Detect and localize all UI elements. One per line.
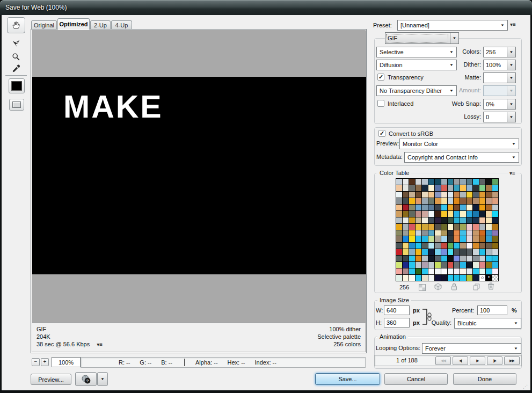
color-swatch[interactable] xyxy=(428,224,434,230)
color-swatch[interactable] xyxy=(448,249,454,255)
color-swatch[interactable] xyxy=(467,230,472,236)
color-swatch[interactable] xyxy=(435,243,441,249)
color-swatch[interactable] xyxy=(435,256,441,261)
color-swatch[interactable] xyxy=(460,256,466,261)
color-swatch[interactable] xyxy=(479,211,485,217)
color-swatch[interactable] xyxy=(416,243,421,249)
color-swatch[interactable] xyxy=(403,243,409,249)
percent-input[interactable] xyxy=(477,305,507,315)
color-swatch[interactable] xyxy=(492,230,498,236)
color-swatch[interactable] xyxy=(479,268,485,274)
color-swatch[interactable] xyxy=(403,211,409,217)
convert-srgb-checkbox[interactable]: ✓ xyxy=(378,130,385,137)
color-swatch[interactable] xyxy=(441,217,447,223)
color-swatch[interactable] xyxy=(492,262,498,268)
color-swatch[interactable] xyxy=(416,198,421,204)
color-swatch[interactable] xyxy=(460,198,466,204)
color-swatch[interactable] xyxy=(460,243,466,249)
color-swatch[interactable] xyxy=(428,217,434,223)
color-swatch[interactable] xyxy=(416,236,421,242)
color-swatch[interactable] xyxy=(473,268,479,274)
eyedropper-color-swatch[interactable] xyxy=(9,78,25,93)
color-swatch[interactable] xyxy=(460,230,466,236)
color-swatch[interactable] xyxy=(454,179,460,185)
resize-grip[interactable]: ⋰ xyxy=(523,384,528,389)
color-swatch[interactable] xyxy=(473,230,479,236)
color-swatch[interactable] xyxy=(435,230,441,236)
color-swatch[interactable] xyxy=(486,256,492,261)
colors-combo[interactable]: 256 xyxy=(483,47,516,57)
color-swatch[interactable] xyxy=(467,205,472,210)
color-swatch[interactable] xyxy=(486,268,492,274)
format-dropdown[interactable]: GIF xyxy=(385,32,459,44)
color-swatch[interactable] xyxy=(454,211,460,217)
dither-combo-arrow[interactable] xyxy=(507,60,516,70)
color-swatch[interactable] xyxy=(454,217,460,223)
color-swatch[interactable] xyxy=(454,205,460,210)
preset-dropdown[interactable]: [Unnamed] xyxy=(397,20,508,31)
metadata-dropdown[interactable]: Copyright and Contact Info xyxy=(404,152,519,163)
color-swatch[interactable] xyxy=(441,262,447,268)
color-swatch[interactable] xyxy=(492,205,498,210)
optimize-panel-menu-icon[interactable] xyxy=(510,21,516,27)
map-transparency-icon[interactable] xyxy=(418,283,426,292)
width-input[interactable] xyxy=(384,305,410,315)
color-swatch[interactable] xyxy=(479,243,485,249)
color-swatch[interactable] xyxy=(486,249,492,255)
color-swatch[interactable] xyxy=(473,249,479,255)
color-swatch[interactable] xyxy=(479,256,485,261)
color-swatch[interactable] xyxy=(435,249,441,255)
color-swatch[interactable] xyxy=(422,249,428,255)
color-swatch[interactable] xyxy=(454,256,460,261)
color-swatch[interactable] xyxy=(435,236,441,242)
color-swatch[interactable] xyxy=(486,205,492,210)
color-swatch[interactable] xyxy=(403,185,409,191)
web-snap-combo[interactable]: 0% xyxy=(483,99,516,110)
color-swatch[interactable] xyxy=(492,236,498,242)
color-swatch[interactable] xyxy=(473,224,479,230)
color-swatch[interactable] xyxy=(403,275,409,281)
color-swatch[interactable] xyxy=(396,275,402,281)
optimized-image-canvas[interactable]: MAKE xyxy=(32,31,366,323)
color-swatch[interactable] xyxy=(428,185,434,191)
color-swatch[interactable] xyxy=(409,198,415,204)
color-swatch[interactable] xyxy=(479,217,485,223)
color-swatch[interactable] xyxy=(486,179,492,185)
color-swatch[interactable] xyxy=(448,268,454,274)
matte-combo-arrow[interactable] xyxy=(507,72,516,83)
color-swatch[interactable] xyxy=(467,192,472,198)
color-swatch[interactable] xyxy=(441,243,447,249)
color-swatch[interactable] xyxy=(448,243,454,249)
color-swatch[interactable] xyxy=(473,243,479,249)
slice-select-icon[interactable] xyxy=(11,39,21,49)
color-swatch[interactable] xyxy=(467,236,472,242)
color-swatch[interactable] xyxy=(409,243,415,249)
color-swatch[interactable] xyxy=(473,217,479,223)
color-swatch[interactable] xyxy=(396,205,402,210)
color-swatch[interactable] xyxy=(422,268,428,274)
color-swatch[interactable] xyxy=(486,185,492,191)
preview-button[interactable]: Preview... xyxy=(31,374,71,385)
color-swatch[interactable] xyxy=(441,249,447,255)
color-swatch[interactable] xyxy=(416,185,421,191)
color-swatch[interactable] xyxy=(492,211,498,217)
color-swatch[interactable] xyxy=(492,243,498,249)
color-swatch[interactable] xyxy=(403,268,409,274)
preview-browser-menu-arrow[interactable]: ▼ xyxy=(97,372,108,386)
color-swatch[interactable] xyxy=(479,205,485,210)
color-swatch[interactable] xyxy=(422,262,428,268)
color-swatch[interactable]: ◇ xyxy=(479,275,485,281)
color-swatch[interactable] xyxy=(435,179,441,185)
color-swatch[interactable] xyxy=(416,224,421,230)
color-swatch[interactable] xyxy=(479,230,485,236)
color-swatch[interactable] xyxy=(428,243,434,249)
color-swatch[interactable] xyxy=(435,217,441,223)
color-swatch[interactable] xyxy=(396,243,402,249)
color-swatch[interactable] xyxy=(403,179,409,185)
color-swatch[interactable] xyxy=(454,224,460,230)
color-swatch[interactable] xyxy=(396,192,402,198)
first-frame-button[interactable]: ◀◀ xyxy=(435,356,451,365)
color-swatch[interactable] xyxy=(422,224,428,230)
color-swatch[interactable] xyxy=(441,275,447,281)
color-swatch[interactable] xyxy=(492,185,498,191)
